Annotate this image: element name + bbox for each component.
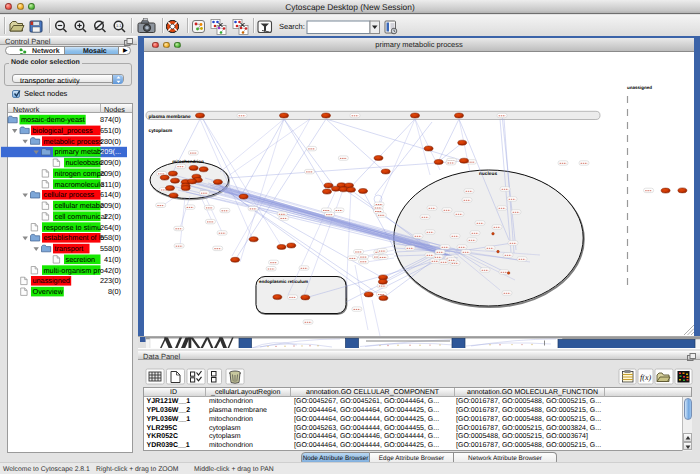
svg-text:response to stimu: response to stimu	[44, 223, 102, 232]
svg-text:transport: transport	[55, 244, 84, 253]
svg-text:nitrogen compo: nitrogen compo	[55, 169, 105, 178]
svg-text:223(0): 223(0)	[100, 276, 121, 285]
svg-text:651(0): 651(0)	[100, 126, 121, 135]
svg-text:cellular process: cellular process	[44, 190, 95, 199]
svg-text:209(...: 209(...	[100, 147, 121, 156]
svg-text:41(0): 41(0)	[104, 255, 121, 264]
svg-text:280(0): 280(0)	[100, 137, 121, 146]
svg-text:cell communicat: cell communicat	[55, 212, 107, 221]
svg-text:metabolic process: metabolic process	[44, 137, 103, 146]
svg-text:endoplasmic reticulum: endoplasmic reticulum	[259, 279, 308, 284]
svg-text:mosaic-demo-yeast: mosaic-demo-yeast	[21, 115, 85, 124]
svg-text:1:1: 1:1	[116, 23, 122, 28]
svg-text:264(0): 264(0)	[100, 223, 121, 232]
svg-text:209(0): 209(0)	[100, 169, 121, 178]
svg-text:multi-organism pro: multi-organism pro	[44, 266, 104, 275]
svg-text:macromolecule: macromolecule	[55, 180, 104, 189]
svg-text:biological_process: biological_process	[33, 126, 93, 135]
svg-text:558(0): 558(0)	[100, 233, 121, 242]
svg-text:unassigned: unassigned	[33, 276, 70, 285]
svg-text:f(x): f(x)	[640, 373, 651, 382]
svg-text:8(0): 8(0)	[108, 287, 121, 296]
svg-text:209(0): 209(0)	[100, 158, 121, 167]
svg-text:209(0): 209(0)	[100, 201, 121, 210]
svg-text:558(0): 558(0)	[100, 244, 121, 253]
svg-text:42(0): 42(0)	[104, 266, 121, 275]
svg-text:22(0): 22(0)	[104, 212, 121, 221]
svg-text:secretion: secretion	[66, 255, 96, 264]
svg-text:311(0): 311(0)	[100, 180, 121, 189]
svg-text:unassigned: unassigned	[627, 85, 652, 90]
svg-text:cytoplasm: cytoplasm	[149, 128, 173, 134]
svg-text:Overview: Overview	[33, 287, 64, 296]
svg-text:874(0): 874(0)	[100, 115, 121, 124]
svg-text:primary metabo: primary metabo	[55, 147, 106, 156]
svg-text:plasma membrane: plasma membrane	[149, 114, 191, 120]
svg-text:establishment of lo: establishment of lo	[44, 233, 105, 242]
svg-text:614(0): 614(0)	[100, 190, 121, 199]
svg-text:cellular metabo: cellular metabo	[55, 201, 104, 210]
svg-text:Search:: Search:	[279, 22, 305, 31]
